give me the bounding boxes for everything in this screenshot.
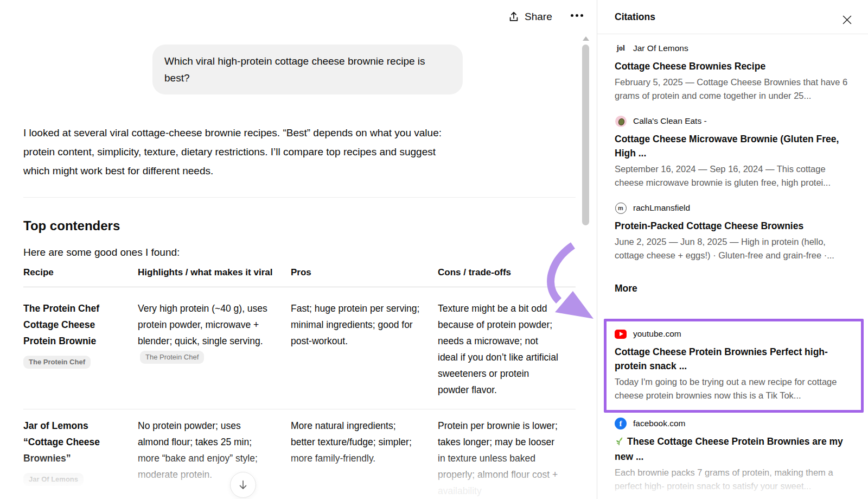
more-section-label: More: [604, 283, 864, 294]
conversation-column: Which viral high-protein cottage cheese …: [23, 45, 576, 499]
cons-text: Texture might be a bit odd because of pr…: [438, 287, 576, 409]
citation-site: youtube.com: [633, 329, 681, 339]
section-intro: Here are some good ones I found:: [23, 247, 576, 258]
highlights-text: No protein powder; uses almond flour; ta…: [138, 409, 291, 499]
citation-site: rachLmansfield: [633, 203, 690, 213]
section-heading: Top contenders: [23, 218, 576, 233]
share-button[interactable]: Share: [505, 9, 556, 25]
citation-snippet: Today I'm going to be trying out a new r…: [615, 375, 847, 402]
callas-clean-eats-favicon: [615, 115, 627, 127]
source-chip[interactable]: The Protein Chef: [23, 356, 91, 369]
panel-divider: [597, 0, 597, 499]
citation-site: Jar Of Lemons: [633, 43, 688, 53]
panel-header-divider: [597, 34, 868, 34]
scrollbar-up-arrow[interactable]: [583, 36, 589, 41]
source-chip[interactable]: Jar Of Lemons: [23, 473, 84, 486]
recipe-name: The Protein Chef Cottage Cheese Protein …: [23, 303, 99, 346]
table-header-row: Recipe Highlights / what makes it viral …: [23, 266, 576, 287]
arrow-down-icon: [237, 479, 249, 491]
citation-site: Calla's Clean Eats -: [633, 116, 707, 126]
citations-list: jol Jar Of Lemons Cottage Cheese Brownie…: [604, 42, 864, 493]
jar-of-lemons-favicon: jol: [615, 42, 627, 54]
col-header-pros: Pros: [291, 266, 438, 287]
youtube-favicon: [615, 328, 627, 340]
citation-title: Protein-Packed Cottage Cheese Brownies: [615, 219, 851, 233]
citation-snippet: June 2, 2025 — Jun 8, 2025 — High in pro…: [615, 235, 852, 262]
citation-snippet: Each brownie packs 7 grams of protein, m…: [615, 466, 852, 493]
citation-title: These Cottage Cheese Protein Brownies ar…: [615, 434, 851, 464]
citation-title: Cottage Cheese Microwave Brownie (Gluten…: [615, 132, 851, 160]
citation-site: facebook.com: [633, 419, 686, 428]
table-row: The Protein Chef Cottage Cheese Protein …: [23, 287, 576, 409]
citation-snippet: February 5, 2025 — Cottage Cheese Browni…: [615, 75, 852, 103]
more-options-button[interactable]: [567, 11, 586, 20]
recipe-name: Jar of Lemons “Cottage Cheese Brownies”: [23, 420, 100, 464]
facebook-favicon: f: [615, 418, 627, 429]
comparison-table: Recipe Highlights / what makes it viral …: [23, 266, 576, 499]
citation-item[interactable]: jol Jar Of Lemons Cottage Cheese Brownie…: [604, 42, 864, 103]
citation-title: Cottage Cheese Brownies Recipe: [615, 59, 851, 73]
highlights-text: Very high protein (~40 g), uses protein …: [138, 303, 267, 346]
citation-item-facebook[interactable]: f facebook.com These Cottage Cheese Prot…: [604, 418, 864, 493]
user-message-bubble: Which viral high-protein cottage cheese …: [152, 45, 463, 94]
citation-item[interactable]: m rachLmansfield Protein-Packed Cottage …: [604, 202, 864, 262]
ellipsis-icon: [571, 14, 573, 17]
scrollbar-thumb[interactable]: [582, 45, 589, 225]
citation-title: Cottage Cheese Protein Brownies Perfect …: [615, 345, 847, 373]
share-label: Share: [525, 11, 552, 23]
close-panel-button[interactable]: [837, 10, 857, 29]
assistant-intro-paragraph: I looked at several viral cottage-cheese…: [23, 123, 463, 180]
share-icon: [508, 11, 520, 23]
citation-snippet: September 16, 2024 — Sep 16, 2024 — This…: [615, 162, 852, 190]
highlighted-citation-youtube[interactable]: youtube.com Cottage Cheese Protein Brown…: [604, 319, 864, 413]
close-icon: [843, 15, 852, 24]
pros-text: More natural ingredients; better texture…: [291, 409, 438, 499]
citation-item[interactable]: Calla's Clean Eats - Cottage Cheese Micr…: [604, 115, 864, 190]
col-header-recipe: Recipe: [23, 266, 138, 287]
scroll-to-bottom-button[interactable]: [230, 472, 256, 498]
col-header-cons: Cons / trade-offs: [438, 266, 576, 287]
cons-text: Protein per brownie is lower; takes long…: [438, 409, 576, 499]
pros-text: Fast; huge protein per serving; minimal …: [291, 287, 438, 409]
section-divider: [23, 197, 576, 198]
citations-panel-title: Citations: [615, 11, 655, 23]
herb-leaf-icon: [615, 435, 624, 450]
table-row: Jar of Lemons “Cottage Cheese Brownies” …: [23, 409, 576, 499]
source-chip[interactable]: The Protein Chef: [140, 351, 204, 364]
col-header-highlights: Highlights / what makes it viral: [138, 266, 291, 287]
rachlmansfield-favicon: m: [615, 202, 627, 214]
